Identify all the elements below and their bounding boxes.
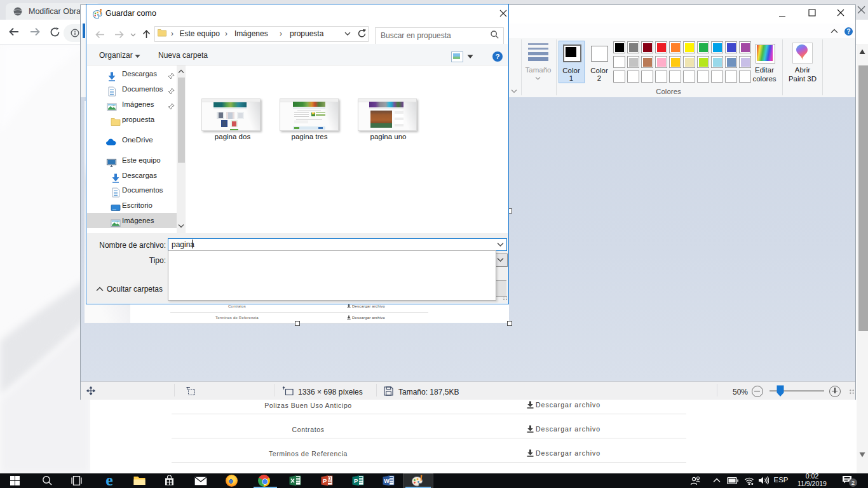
svg-text:P: P bbox=[354, 477, 358, 484]
svg-text:W: W bbox=[384, 478, 390, 484]
svg-text:P: P bbox=[323, 477, 327, 484]
